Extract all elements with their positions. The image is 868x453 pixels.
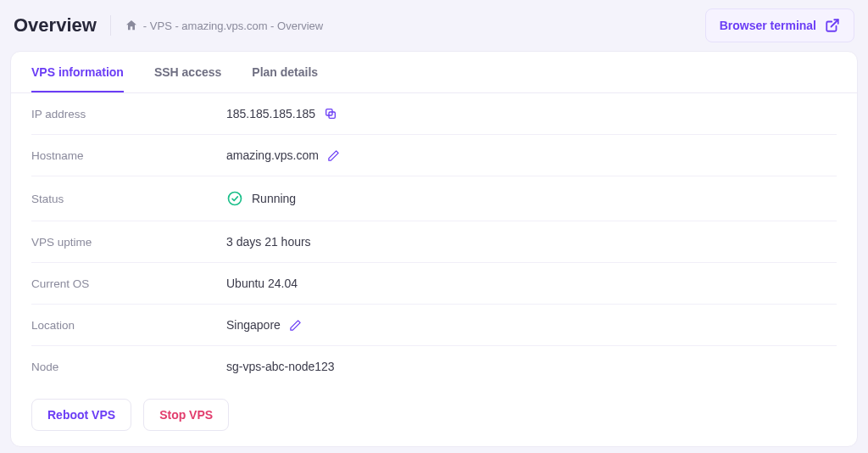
action-bar: Reboot VPS Stop VPS [11, 387, 857, 431]
home-icon[interactable] [125, 19, 138, 32]
vps-card: VPS information SSH access Plan details … [10, 51, 858, 447]
svg-point-3 [229, 193, 242, 205]
header-divider [110, 15, 111, 36]
browser-terminal-button[interactable]: Browser terminal [705, 8, 854, 42]
ip-address-label: IP address [31, 108, 226, 120]
location-value: Singapore [226, 318, 281, 332]
info-rows: IP address 185.185.185.185 Hostname amaz… [11, 93, 857, 387]
node-label: Node [31, 361, 226, 373]
edit-icon[interactable] [289, 319, 302, 332]
row-status: Status Running [31, 176, 837, 221]
hostname-value: amazing.vps.com [226, 148, 319, 162]
uptime-value: 3 days 21 hours [226, 235, 311, 249]
tab-vps-information[interactable]: VPS information [31, 65, 124, 92]
status-label: Status [31, 193, 226, 205]
tab-plan-details[interactable]: Plan details [252, 65, 318, 92]
page-header: Overview - VPS - amazing.vps.com - Overv… [10, 8, 858, 42]
breadcrumb: - VPS - amazing.vps.com - Overview [125, 19, 323, 32]
ip-address-value: 185.185.185.185 [226, 107, 315, 120]
row-uptime: VPS uptime 3 days 21 hours [31, 221, 837, 263]
edit-icon[interactable] [327, 149, 340, 162]
row-node: Node sg-vps-abc-node123 [31, 346, 837, 387]
browser-terminal-label: Browser terminal [720, 19, 816, 32]
page-title: Overview [14, 14, 97, 36]
stop-vps-button[interactable]: Stop VPS [143, 399, 229, 431]
hostname-label: Hostname [31, 149, 226, 162]
row-current-os: Current OS Ubuntu 24.04 [31, 263, 837, 305]
tab-bar: VPS information SSH access Plan details [11, 52, 857, 93]
row-hostname: Hostname amazing.vps.com [31, 135, 837, 176]
svg-line-0 [832, 20, 838, 26]
tab-ssh-access[interactable]: SSH access [154, 65, 221, 92]
row-location: Location Singapore [31, 305, 837, 346]
os-label: Current OS [31, 277, 226, 290]
reboot-vps-button[interactable]: Reboot VPS [31, 399, 131, 431]
header-left: Overview - VPS - amazing.vps.com - Overv… [14, 14, 323, 36]
uptime-label: VPS uptime [31, 236, 226, 249]
status-running-icon [226, 190, 243, 207]
breadcrumb-text: - VPS - amazing.vps.com - Overview [143, 20, 323, 32]
os-value: Ubuntu 24.04 [226, 277, 298, 290]
node-value: sg-vps-abc-node123 [226, 360, 335, 373]
external-link-icon [825, 18, 840, 33]
status-value: Running [252, 192, 296, 205]
location-label: Location [31, 319, 226, 332]
row-ip-address: IP address 185.185.185.185 [31, 93, 837, 135]
copy-icon[interactable] [324, 107, 337, 120]
